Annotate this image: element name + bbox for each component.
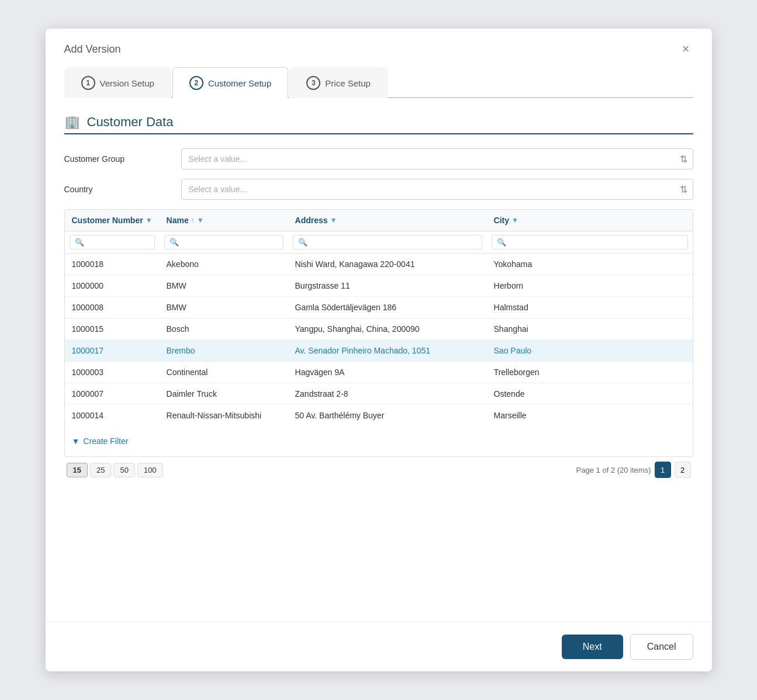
modal-header: Add Version × — [46, 29, 712, 66]
cell-number-4: 1000017 — [65, 340, 160, 362]
cell-address-6: Zandstraat 2-8 — [288, 383, 487, 405]
cell-number-6: 1000007 — [65, 383, 160, 405]
pagination-bar: 152550100 Page 1 of 2 (20 items) 1 2 — [64, 457, 693, 478]
table-row[interactable]: 1000015 Bosch Yangpu, Shanghai, China, 2… — [65, 318, 693, 340]
page-size-50[interactable]: 50 — [113, 463, 134, 477]
table-footer: ▼ Create Filter — [65, 426, 693, 456]
table-row[interactable]: 1000003 Continental Hagvägen 9A Trellebo… — [65, 362, 693, 383]
table-row[interactable]: 1000008 BMW Gamla Södertäljevägen 186 Ha… — [65, 297, 693, 318]
search-address-icon: 🔍 — [298, 238, 307, 247]
customer-table-container: Customer Number ▼ Name ↑ ▼ — [64, 209, 693, 457]
tabs-container: 1 Version Setup 2 Customer Setup 3 Price… — [64, 66, 693, 98]
cell-number-5: 1000003 — [65, 362, 160, 383]
modal-content: 🏢 Customer Data Customer Group Select a … — [46, 98, 712, 622]
cell-name-6: Daimler Truck — [160, 383, 288, 405]
col-header-customer-number: Customer Number ▼ — [65, 210, 160, 231]
cell-name-2: BMW — [160, 297, 288, 318]
tab-version-setup[interactable]: 1 Version Setup — [64, 67, 171, 98]
customer-group-row: Customer Group Select a value... ⇅ — [64, 148, 693, 169]
page-size-25[interactable]: 25 — [90, 463, 111, 477]
col-header-name: Name ↑ ▼ — [160, 210, 288, 231]
country-select[interactable]: Select a value... — [181, 179, 693, 200]
table-header-row: Customer Number ▼ Name ↑ ▼ — [65, 210, 693, 231]
tab-price-setup[interactable]: 3 Price Setup — [289, 67, 388, 98]
tab-customer-setup[interactable]: 2 Customer Setup — [172, 67, 288, 98]
city-filter-icon[interactable]: ▼ — [511, 216, 519, 224]
col-header-address: Address ▼ — [288, 210, 487, 231]
create-filter-link[interactable]: ▼ Create Filter — [65, 432, 136, 451]
cell-city-3: Shanghai — [487, 318, 693, 340]
cell-name-7: Renault-Nissan-Mitsubishi — [160, 405, 288, 427]
customer-number-filter-icon[interactable]: ▼ — [146, 216, 153, 224]
cell-number-1: 1000000 — [65, 275, 160, 297]
cell-name-1: BMW — [160, 275, 288, 297]
search-cell-number: 🔍 — [65, 231, 160, 254]
page-sizes: 152550100 — [67, 463, 163, 477]
page-info-text: Page 1 of 2 (20 items) — [576, 466, 651, 474]
cell-name-0: Akebono — [160, 254, 288, 275]
tab-label-price-setup: Price Setup — [325, 78, 371, 88]
search-cell-address: 🔍 — [288, 231, 487, 254]
section-header: 🏢 Customer Data — [64, 115, 693, 130]
search-number-input[interactable] — [88, 238, 150, 247]
modal-title: Add Version — [64, 43, 121, 56]
page-size-100[interactable]: 100 — [137, 463, 163, 477]
page-btn-2[interactable]: 2 — [675, 462, 691, 478]
cell-name-5: Continental — [160, 362, 288, 383]
cell-number-2: 1000008 — [65, 297, 160, 318]
cell-address-2: Gamla Södertäljevägen 186 — [288, 297, 487, 318]
section-divider — [64, 133, 693, 134]
tab-label-version-setup: Version Setup — [100, 78, 154, 88]
cell-name-3: Bosch — [160, 318, 288, 340]
cell-city-6: Ostende — [487, 383, 693, 405]
address-filter-icon[interactable]: ▼ — [330, 216, 337, 224]
search-cell-city: 🔍 — [487, 231, 693, 254]
cell-city-5: Trelleborgen — [487, 362, 693, 383]
cell-number-7: 1000014 — [65, 405, 160, 427]
country-row: Country Select a value... ⇅ — [64, 179, 693, 200]
cell-address-0: Nishi Ward, Kanagawa 220-0041 — [288, 254, 487, 275]
search-address-input[interactable] — [311, 238, 477, 247]
country-select-wrapper: Select a value... ⇅ — [181, 179, 693, 200]
table-row[interactable]: 1000017 Brembo Av. Senador Pinheiro Mach… — [65, 340, 693, 362]
customer-table: Customer Number ▼ Name ↑ ▼ — [65, 210, 693, 426]
cell-address-3: Yangpu, Shanghai, China, 200090 — [288, 318, 487, 340]
customer-group-select[interactable]: Select a value... — [181, 148, 693, 169]
cell-number-0: 1000018 — [65, 254, 160, 275]
search-city-input[interactable] — [510, 238, 683, 247]
page-btn-1[interactable]: 1 — [655, 462, 671, 478]
table-row[interactable]: 1000014 Renault-Nissan-Mitsubishi 50 Av.… — [65, 405, 693, 427]
customer-data-icon: 🏢 — [64, 115, 80, 130]
search-number-icon: 🔍 — [75, 238, 84, 247]
close-button[interactable]: × — [679, 41, 693, 57]
cell-number-3: 1000015 — [65, 318, 160, 340]
search-name-input[interactable] — [182, 238, 278, 247]
tab-label-customer-setup: Customer Setup — [208, 78, 271, 88]
table-row[interactable]: 1000007 Daimler Truck Zandstraat 2-8 Ost… — [65, 383, 693, 405]
search-city-icon: 🔍 — [497, 238, 506, 247]
cell-address-7: 50 Av. Barthélémy Buyer — [288, 405, 487, 427]
table-body: 1000018 Akebono Nishi Ward, Kanagawa 220… — [65, 254, 693, 427]
modal: Add Version × 1 Version Setup 2 Customer… — [46, 29, 712, 671]
table-row[interactable]: 1000000 BMW Burgstrasse 11 Herborn — [65, 275, 693, 297]
col-header-city: City ▼ — [487, 210, 693, 231]
section-title: Customer Data — [87, 115, 174, 130]
country-label: Country — [64, 185, 181, 194]
name-sort-icon[interactable]: ↑ — [191, 216, 195, 224]
search-cell-name: 🔍 — [160, 231, 288, 254]
name-filter-icon[interactable]: ▼ — [197, 216, 204, 224]
cancel-button[interactable]: Cancel — [630, 634, 693, 660]
filter-link-icon: ▼ — [72, 436, 80, 446]
tab-number-1: 1 — [81, 76, 95, 90]
table-search-row: 🔍 🔍 🔍 — [65, 231, 693, 254]
table-row[interactable]: 1000018 Akebono Nishi Ward, Kanagawa 220… — [65, 254, 693, 275]
cell-address-1: Burgstrasse 11 — [288, 275, 487, 297]
tab-number-2: 2 — [189, 76, 203, 90]
page-size-15[interactable]: 15 — [67, 463, 88, 477]
tab-number-3: 3 — [306, 76, 320, 90]
next-button[interactable]: Next — [562, 635, 623, 659]
cell-address-5: Hagvägen 9A — [288, 362, 487, 383]
filter-link-label: Create Filter — [83, 436, 128, 446]
cell-city-7: Marseille — [487, 405, 693, 427]
modal-footer: Next Cancel — [46, 622, 712, 671]
